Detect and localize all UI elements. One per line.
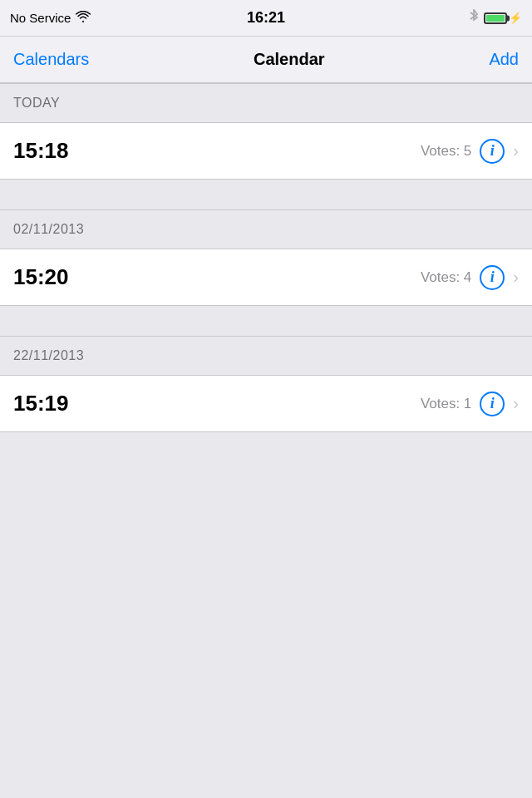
chevron-right-icon: › — [513, 268, 519, 287]
bluetooth-icon — [469, 9, 479, 27]
event-time: 15:20 — [13, 264, 421, 290]
battery-fill — [486, 15, 505, 22]
section-header-22-11-2013-label: 22/11/2013 — [13, 348, 84, 363]
status-time: 16:21 — [247, 9, 285, 27]
row-right-content: Votes: 4 i › — [421, 265, 519, 290]
spacer-1 — [0, 180, 532, 209]
info-button[interactable]: i — [480, 265, 505, 290]
status-bar: No Service 16:21 ⚡ — [0, 0, 532, 37]
nav-bar: Calendars Calendar Add — [0, 37, 532, 83]
section-02-11-2013: 02/11/2013 15:20 Votes: 4 i › — [0, 209, 532, 306]
section-header-22-11-2013: 22/11/2013 — [0, 336, 532, 376]
info-button[interactable]: i — [480, 392, 505, 416]
status-right: ⚡ — [469, 9, 522, 27]
content-area: TODAY 15:18 Votes: 5 i › 02/11/2013 15:2… — [0, 83, 532, 432]
table-row[interactable]: 15:19 Votes: 1 i › — [0, 376, 532, 432]
row-right-content: Votes: 1 i › — [421, 392, 519, 416]
section-header-today-label: TODAY — [13, 96, 60, 111]
carrier-text: No Service — [10, 11, 71, 25]
event-time: 15:19 — [13, 391, 421, 416]
chevron-right-icon: › — [513, 394, 519, 413]
section-header-today: TODAY — [0, 83, 532, 123]
chevron-right-icon: › — [513, 141, 519, 160]
info-button[interactable]: i — [480, 139, 505, 164]
table-row[interactable]: 15:20 Votes: 4 i › — [0, 249, 532, 306]
event-time: 15:18 — [13, 138, 421, 164]
section-22-11-2013: 22/11/2013 15:19 Votes: 1 i › — [0, 336, 532, 432]
battery-icon — [484, 12, 507, 24]
section-header-02-11-2013: 02/11/2013 — [0, 209, 532, 249]
votes-label: Votes: 1 — [421, 396, 471, 412]
section-today: TODAY 15:18 Votes: 5 i › — [0, 83, 532, 180]
nav-title: Calendar — [254, 50, 325, 69]
spacer-2 — [0, 306, 532, 336]
battery-indicator: ⚡ — [484, 12, 522, 24]
votes-label: Votes: 4 — [421, 269, 471, 286]
section-header-02-11-2013-label: 02/11/2013 — [13, 222, 84, 237]
table-row[interactable]: 15:18 Votes: 5 i › — [0, 123, 532, 180]
charging-icon: ⚡ — [509, 12, 522, 24]
add-button[interactable]: Add — [489, 50, 519, 69]
status-left: No Service — [10, 11, 91, 25]
row-right-content: Votes: 5 i › — [421, 139, 519, 164]
calendars-button[interactable]: Calendars — [13, 50, 89, 69]
wifi-icon — [76, 11, 91, 25]
votes-label: Votes: 5 — [421, 143, 471, 160]
